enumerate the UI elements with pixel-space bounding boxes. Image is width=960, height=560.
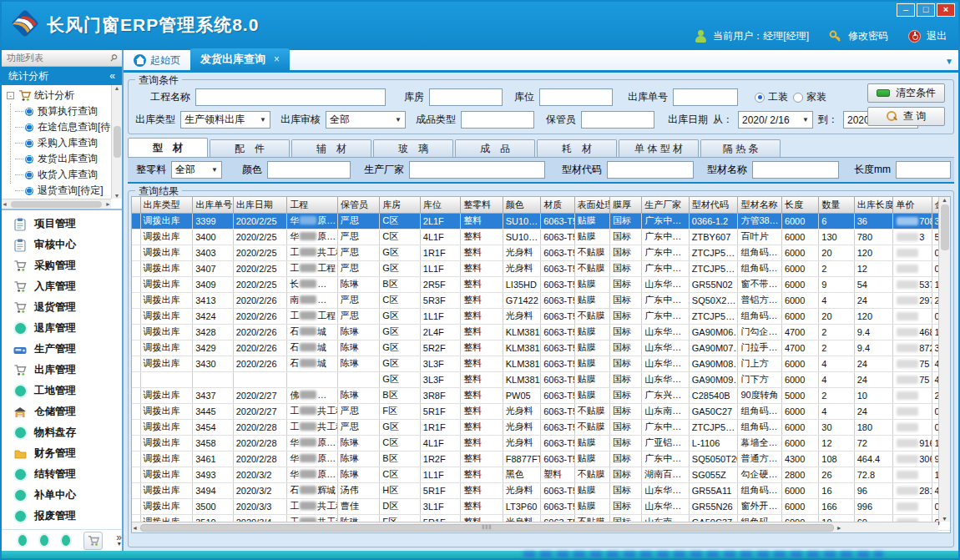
column-header[interactable]: 保管员 — [337, 197, 379, 213]
column-header[interactable]: 颜色 — [503, 197, 540, 213]
material-tab[interactable]: 成 品 — [455, 139, 535, 157]
scrollbar-thumb[interactable] — [11, 201, 102, 208]
tab-home[interactable]: 起始页 — [124, 50, 190, 70]
material-tab[interactable]: 型 材 — [128, 138, 208, 157]
column-header[interactable]: 型材代码 — [689, 197, 738, 213]
sidebar-module[interactable]: 物料盘存 — [2, 422, 122, 443]
material-tab[interactable]: 辅 材 — [291, 139, 371, 157]
length-input[interactable] — [896, 161, 951, 179]
outbound-no-input[interactable] — [673, 88, 738, 106]
date-from-picker[interactable]: 2020/ 2/16▼ — [738, 111, 813, 129]
tree-item[interactable]: 预算执行查询 — [7, 103, 111, 119]
scroll-left-icon[interactable]: ◄ — [2, 201, 8, 207]
table-row[interactable]: 调拨出库34302020/2/26石城陈琳G区3L3F整料KLM38176063… — [132, 356, 951, 371]
sidebar-overflow-button[interactable]: »▾ — [116, 534, 122, 547]
radio-jiazhuang[interactable]: 家装 — [793, 90, 826, 104]
zhengliao-select[interactable]: 全部▼ — [171, 161, 222, 179]
column-header[interactable]: 工程 — [287, 197, 338, 213]
tree-horizontal-scrollbar[interactable]: ◄ ► — [2, 199, 111, 209]
tree-item[interactable]: 采购入库查询 — [7, 135, 111, 151]
column-header[interactable]: 型材名称 — [738, 197, 782, 213]
tab-outbound-query[interactable]: 发货出库查询 × — [190, 48, 290, 70]
table-row[interactable]: 调拨出库33992020/2/25华原…严思C区2L1F整料SU10…6063-… — [132, 213, 951, 229]
scroll-right-icon[interactable]: ► — [836, 525, 842, 531]
scrollbar-thumb[interactable]: ⦀⦀⦀ — [140, 524, 834, 532]
search-button[interactable]: 查 询 — [867, 107, 945, 126]
module-shortcut-icon[interactable] — [40, 535, 48, 546]
table-row[interactable]: 调拨出库34032020/2/25工共工程严思G区1R1F整料光身料6063-T… — [132, 245, 951, 260]
table-row[interactable]: G区3L3F整料KLM38176063-T5贴膜国标山东华…GA90M09…门下… — [132, 371, 951, 387]
column-header[interactable]: 出库长度 — [854, 197, 892, 213]
sidebar-module[interactable]: 工地管理 — [2, 381, 122, 401]
table-row[interactable]: 调拨出库34002020/2/25华原…严思C区4L1F整料SU10…6063-… — [132, 229, 951, 245]
material-tab[interactable]: 玻 璃 — [373, 139, 453, 157]
table-row[interactable]: 调拨出库34372020/2/27佛…陈琳B区3R8F整料PW056063-T5… — [132, 387, 951, 403]
column-header[interactable]: 出库日期 — [233, 197, 287, 213]
sidebar-module[interactable]: 生产管理 — [2, 339, 122, 360]
table-row[interactable]: 调拨出库34092020/2/25长…陈琳B区2R5F整料LI35HD6063-… — [132, 276, 951, 292]
tab-list-dropdown-icon[interactable]: ▼ — [945, 57, 953, 66]
table-row[interactable]: 调拨出库34612020/2/28华原…陈琳B区1R2F整料F8877FT606… — [132, 451, 951, 467]
sidebar-module[interactable]: 仓储管理 — [2, 401, 122, 422]
column-header[interactable]: 出库单号 — [193, 197, 233, 213]
sidebar-module[interactable]: 补单中心 — [2, 485, 122, 506]
module-shortcut-icon[interactable] — [18, 535, 27, 546]
warehouse-input[interactable] — [429, 88, 503, 106]
scroll-left-icon[interactable]: ◄ — [132, 525, 138, 531]
sidebar-module[interactable]: 审核中心 — [2, 235, 122, 255]
color-input[interactable] — [267, 161, 351, 179]
column-header[interactable]: 库位 — [420, 197, 460, 213]
change-password-link[interactable]: 修改密码 — [848, 29, 888, 43]
scroll-up-icon[interactable]: ▲ — [942, 197, 947, 203]
sidebar-module[interactable]: 结转管理 — [2, 464, 122, 485]
sidebar-module[interactable]: 财务管理 — [2, 443, 122, 464]
tab-close-icon[interactable]: × — [274, 53, 280, 65]
clear-conditions-button[interactable]: 清空条件 — [867, 83, 945, 103]
scroll-up-icon[interactable]: ▲ — [114, 85, 120, 91]
logout-link[interactable]: 退出 — [927, 29, 947, 43]
column-header[interactable]: 表面处理 — [574, 197, 609, 213]
sidebar-module[interactable]: 退库管理 — [2, 318, 122, 339]
table-row[interactable]: 调拨出库34942020/3/2石辉城汤伟H区5R1F整料光身料6063-T5贴… — [132, 482, 951, 498]
location-input[interactable] — [539, 88, 613, 106]
column-header[interactable]: 数量 — [819, 197, 854, 213]
material-tab[interactable]: 单 体 型 材 — [619, 139, 699, 157]
material-tab[interactable]: 隔 热 条 — [700, 139, 781, 157]
table-row[interactable]: 调拨出库34542020/2/28工共工程严思G区1R1F整料光身料6063-T… — [132, 419, 951, 435]
sidebar-section-header[interactable]: 统计分析 « — [2, 67, 122, 85]
table-row[interactable]: 调拨出库34242020/2/26工工程严思G区1L1F整料光身料6063-T5… — [132, 308, 951, 324]
scroll-down-icon[interactable]: ▼ — [114, 193, 120, 199]
collapse-icon[interactable]: « — [109, 70, 115, 82]
column-header[interactable]: 生产厂家 — [642, 197, 690, 213]
product-type-input[interactable] — [461, 111, 534, 129]
outbound-type-select[interactable]: 生产领料出库▼ — [180, 111, 270, 129]
sidebar-module[interactable]: 报废管理 — [2, 506, 122, 527]
pin-icon[interactable]: ⚲ — [108, 52, 120, 64]
table-row[interactable]: 调拨出库34282020/2/26石城陈琳G区2L4F整料KLM38176063… — [132, 324, 951, 340]
tree-item[interactable]: 在途信息查询[待 — [7, 119, 111, 135]
column-header[interactable]: 膜厚 — [609, 197, 641, 213]
column-header[interactable]: 材质 — [541, 197, 574, 213]
scroll-right-icon[interactable]: ► — [105, 201, 111, 207]
table-row[interactable]: 调拨出库34072020/2/25工工程严思G区1L1F整料光身料6063-T5… — [132, 260, 951, 276]
column-header[interactable]: 出库类型 — [140, 197, 193, 213]
tree-root-statistics[interactable]: - 统计分析 — [7, 88, 111, 103]
material-tab[interactable]: 配 件 — [210, 139, 290, 157]
tree-vertical-scrollbar[interactable]: ▲ ▼ — [111, 85, 122, 199]
tree-collapse-icon[interactable]: - — [7, 92, 14, 99]
scrollbar-thumb[interactable] — [941, 204, 949, 250]
scrollbar-thumb[interactable] — [114, 126, 121, 158]
module-shortcut-icon[interactable] — [62, 535, 70, 546]
sidebar-module[interactable]: 入库管理 — [2, 276, 122, 297]
audit-select[interactable]: 全部▼ — [326, 111, 406, 129]
table-row[interactable]: 调拨出库35002020/3/3工共工程曹佳D区3L1F整料LT3P606063… — [132, 498, 951, 514]
keeper-input[interactable] — [581, 111, 654, 129]
grid-vertical-scrollbar[interactable]: ▲ ▼ — [938, 197, 950, 522]
sidebar-module[interactable]: 出库管理 — [2, 360, 122, 381]
scroll-down-icon[interactable]: ▼ — [942, 516, 947, 522]
table-row[interactable]: 调拨出库34132020/2/26南…严思C区5R3F整料G714226063-… — [132, 292, 951, 308]
tree-item[interactable]: 发货出库查询 — [7, 151, 111, 167]
column-header[interactable]: 长度 — [781, 197, 818, 213]
table-row[interactable]: 调拨出库34582020/2/28华原…陈琳C区4L1F整料光身料6063-T5… — [132, 435, 951, 451]
material-tab[interactable]: 耗 材 — [537, 139, 617, 157]
